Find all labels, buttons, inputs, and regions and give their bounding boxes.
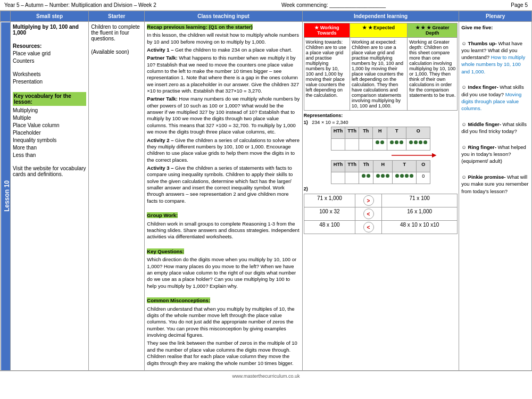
- comp-left-3: 48 x 100: [304, 221, 355, 234]
- group-work-label: Group Work:: [147, 212, 178, 218]
- misconceptions-text: Children understand that when you multip…: [147, 306, 300, 339]
- small-step-title: Multiplying by 10, 100 and 1,000: [13, 24, 86, 36]
- activity1-text: Get the children to make 234 on a place …: [175, 47, 292, 53]
- pv2-row1-tth: [345, 172, 359, 184]
- rep1-label: 1) 234 × 10 = 2,340: [304, 120, 458, 125]
- page-footer: www.masterthecurriculum.co.uk: [0, 371, 532, 381]
- key-questions-text: Which direction do the digits move when …: [147, 256, 300, 289]
- comp-right-3: 48 x 10 x 10 x10: [382, 221, 458, 234]
- ring-icon: ☺: [461, 144, 467, 150]
- comp-symbol-2: <: [355, 207, 382, 221]
- pv2-header-o: O: [417, 161, 430, 172]
- resource-1: Place value grid: [13, 51, 86, 56]
- vocab-2: Multiple: [13, 115, 86, 121]
- pv2-header-th: Th: [359, 161, 373, 172]
- comparison-row-1: 71 x 1,000 > 71 x 100: [304, 194, 457, 207]
- arrow-area: [304, 152, 458, 159]
- col-header-plenary: Plenary: [459, 11, 532, 22]
- comp-left-2: 100 x 32: [304, 207, 355, 221]
- pv2-row1-hth: [331, 172, 345, 184]
- key-vocab-label: Key vocabulary for the lesson:: [13, 92, 86, 106]
- teaching-cell: Recap previous learning: (Q1 on the star…: [145, 22, 303, 371]
- comp-symbol-1: >: [355, 194, 382, 207]
- available-soon: (Available soon): [91, 49, 142, 55]
- page-number: Page 5: [511, 2, 528, 8]
- pv-row1-th: [359, 139, 373, 151]
- pv-header-t: T: [387, 127, 406, 139]
- resource-3: Worksheets: [13, 71, 86, 77]
- comp-left-1: 71 x 1,000: [304, 194, 355, 207]
- misconceptions-text2: They see the link between the number of …: [147, 340, 300, 366]
- rep2-label: 2): [304, 186, 458, 192]
- comp-right-2: 16 x 1,000: [382, 207, 458, 221]
- pv-row1-hth: [331, 139, 345, 151]
- index-label: Index finger-: [468, 84, 498, 90]
- pv2-header-tth: TTh: [345, 161, 359, 172]
- pv-header-hth: HTh: [331, 127, 345, 139]
- pinkie-icon: ☺: [461, 174, 467, 180]
- resource-2: Counters: [13, 58, 86, 64]
- vocab-7: Less than: [13, 152, 86, 158]
- partner-talk2-label: Partner Talk:: [147, 96, 177, 102]
- pv-row1-o: [406, 139, 430, 151]
- give-me-five: Give me five:: [461, 24, 529, 31]
- working-towards-header: ★ Working Towards: [304, 23, 350, 38]
- middle-label: Middle finger-: [468, 121, 501, 127]
- comparisons-table: 71 x 1,000 > 71 x 100 100 x 32 < 16 x 1,…: [304, 194, 458, 234]
- vocab-4: Placeholder: [13, 130, 86, 136]
- week-commencing: Week commencing: ___________________: [281, 2, 386, 8]
- comp-right-1: 71 x 100: [382, 194, 458, 207]
- col-header-independent: Independent learning: [302, 11, 459, 22]
- activity2-label: Activity 2 –: [147, 137, 173, 143]
- vocab-6: More than: [13, 145, 86, 151]
- comparison-row-3: 48 x 100 < 48 x 10 x 10 x10: [304, 221, 457, 234]
- pv2-row1-th: [359, 172, 373, 184]
- ring-label: Ring finger-: [468, 144, 496, 150]
- plenary-cell: Give me five: ☺ Thumbs up- What have you…: [459, 22, 532, 371]
- thumb-icon: ☺: [461, 40, 467, 46]
- exp-stars: ★ ★: [362, 25, 372, 30]
- pv2-header-hth: HTh: [331, 161, 345, 172]
- vocab-3: Place Value column: [13, 122, 86, 128]
- lesson-label-cell: Lesson 10: [1, 22, 11, 371]
- activity1-label: Activity 1 –: [147, 47, 173, 53]
- col-header-small-step: Small step: [10, 11, 88, 22]
- pv2-header-t: T: [393, 161, 417, 172]
- key-questions-label: Key Questions:: [147, 248, 184, 254]
- thumb-label: Thumbs up-: [468, 40, 497, 46]
- pv-header-o: O: [406, 127, 430, 139]
- working-towards-text: Working towards: Children are to use a p…: [304, 38, 350, 111]
- pv2-row1-h: [373, 172, 393, 184]
- greater-depth-text: Working at Greater depth: Children on th…: [408, 38, 458, 111]
- recap-text: In this lesson, the children will revisi…: [147, 32, 300, 45]
- greater-depth-header: ★ ★ ★ Greater Depth: [408, 23, 458, 38]
- vocab-1: Multiplying: [13, 107, 86, 113]
- lesson-label: Lesson 10: [3, 180, 10, 212]
- starter-text: Children to complete the fluent in four …: [91, 24, 142, 41]
- pv-header-h: H: [373, 127, 387, 139]
- resources-label: Resources:: [13, 43, 86, 49]
- expected-header: ★ ★ Expected: [350, 23, 407, 38]
- visit-text: Visit the website for vocabulary cards a…: [13, 165, 86, 177]
- comparison-row-2: 100 x 32 < 16 x 1,000: [304, 207, 457, 221]
- comp-symbol-3: <: [355, 221, 382, 234]
- pinkie-label: Pinkie promise-: [468, 174, 506, 180]
- index-icon: ☺: [461, 84, 467, 90]
- partner-talk1-label: Partner Talk:: [147, 55, 177, 61]
- pv-row1-t: [387, 139, 406, 151]
- col-header-teaching: Class teaching input: [145, 11, 303, 22]
- expected-text: Working at expected: Children are to use…: [350, 38, 407, 111]
- footer-url: www.masterthecurriculum.co.uk: [232, 373, 300, 379]
- vocab-5: Inequality symbols: [13, 137, 86, 143]
- col-header-starter: Starter: [89, 11, 145, 22]
- activity3-label: Activity 3 –: [147, 165, 173, 171]
- page-title: Year 5 – Autumn – Number: Multiplication…: [4, 2, 156, 8]
- misconceptions-label: Common Misconceptions:: [147, 297, 210, 303]
- resource-4: Presentation: [13, 79, 86, 85]
- pv-header-th: Th: [359, 127, 373, 139]
- pv-row1-h: [373, 139, 387, 151]
- small-step-cell: Multiplying by 10, 100 and 1,000 Resourc…: [10, 22, 88, 371]
- recap-label: Recap previous learning: (Q1 on the star…: [147, 24, 253, 30]
- middle-icon: ☺: [461, 121, 467, 127]
- gd-stars: ★ ★ ★: [415, 25, 431, 30]
